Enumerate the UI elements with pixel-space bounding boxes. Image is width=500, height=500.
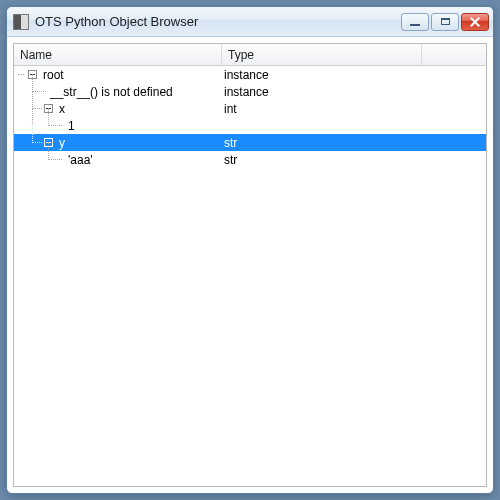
tree-row-y-value[interactable]: 'aaa' str xyxy=(14,151,486,168)
node-type: int xyxy=(222,102,422,116)
column-header-type[interactable]: Type xyxy=(222,44,422,65)
tree-row-y[interactable]: y str xyxy=(14,134,486,151)
tree-row-strdef[interactable]: __str__() is not defined instance xyxy=(14,83,486,100)
column-headers: Name Type xyxy=(14,44,486,66)
minimize-icon xyxy=(410,24,420,26)
node-label: x xyxy=(57,102,65,116)
maximize-button[interactable] xyxy=(431,13,459,31)
node-label: y xyxy=(57,136,65,150)
close-button[interactable] xyxy=(461,13,489,31)
minimize-button[interactable] xyxy=(401,13,429,31)
window-buttons xyxy=(401,13,489,31)
node-label: root xyxy=(41,68,64,82)
tree-row-root[interactable]: root instance xyxy=(14,66,486,83)
maximize-icon xyxy=(441,18,450,25)
titlebar[interactable]: OTS Python Object Browser xyxy=(7,7,493,37)
tree-row-x[interactable]: x int xyxy=(14,100,486,117)
column-header-spacer xyxy=(422,44,486,65)
window-title: OTS Python Object Browser xyxy=(35,14,401,29)
node-type: instance xyxy=(222,85,422,99)
node-type: instance xyxy=(222,68,422,82)
node-label: 'aaa' xyxy=(66,153,93,167)
client-area: Name Type root instance xyxy=(13,43,487,487)
tree-view[interactable]: root instance __str__() is not defined i… xyxy=(14,66,486,486)
node-label: __str__() is not defined xyxy=(48,85,173,99)
window-frame: OTS Python Object Browser Name Type root xyxy=(6,6,494,494)
node-label: 1 xyxy=(66,119,75,133)
app-icon xyxy=(13,14,29,30)
close-icon xyxy=(469,16,481,28)
node-type: str xyxy=(222,153,422,167)
tree-row-x-value[interactable]: 1 xyxy=(14,117,486,134)
column-header-name[interactable]: Name xyxy=(14,44,222,65)
node-type: str xyxy=(222,136,422,150)
